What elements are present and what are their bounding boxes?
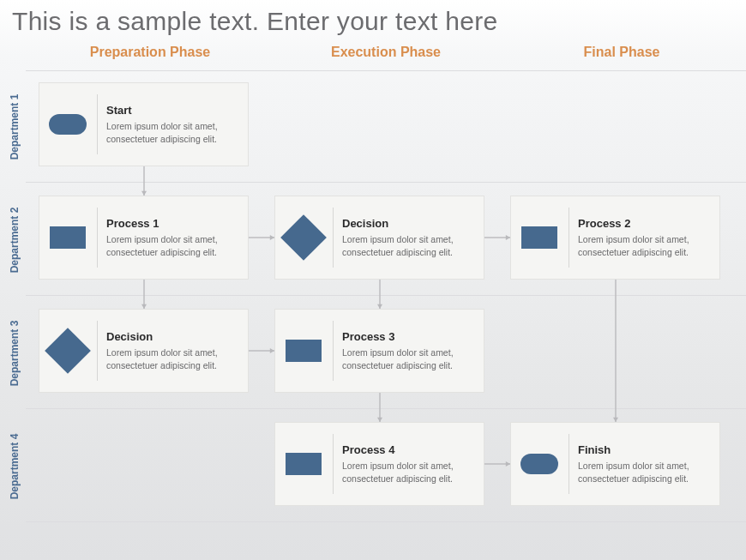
dept-label-3: Department 3	[9, 310, 21, 396]
lane-sep	[26, 70, 746, 71]
decision-icon	[44, 316, 92, 385]
flow-arrow	[609, 273, 623, 429]
card-decision-prep: Decision Lorem ipsum dolor sit amet, con…	[39, 309, 249, 393]
process-icon	[44, 203, 92, 272]
terminator-icon	[515, 430, 563, 498]
card-body: Lorem ipsum dolor sit amet, consectetuer…	[106, 346, 239, 370]
card-body: Lorem ipsum dolor sit amet, consectetuer…	[342, 346, 475, 370]
card-body: Lorem ipsum dolor sit amet, consectetuer…	[578, 233, 711, 257]
card-finish: Finish Lorem ipsum dolor sit amet, conse…	[510, 422, 720, 506]
card-title: Process 2	[578, 217, 711, 230]
lane-sep	[26, 521, 746, 522]
process-icon	[280, 316, 328, 385]
process-icon	[280, 430, 328, 498]
card-process2: Process 2 Lorem ipsum dolor sit amet, co…	[510, 196, 720, 280]
card-title: Process 1	[106, 217, 239, 230]
card-title: Process 4	[342, 443, 475, 456]
card-body: Lorem ipsum dolor sit amet, consectetuer…	[106, 233, 239, 257]
card-process3: Process 3 Lorem ipsum dolor sit amet, co…	[274, 309, 484, 393]
divider	[97, 321, 98, 381]
divider	[569, 208, 569, 268]
card-start: Start Lorem ipsum dolor sit amet, consec…	[39, 82, 249, 166]
dept-label-2: Department 2	[9, 197, 21, 283]
divider	[569, 434, 569, 494]
phase-label-final: Final Phase	[510, 45, 733, 60]
terminator-icon	[44, 90, 92, 159]
card-decision-exec: Decision Lorem ipsum dolor sit amet, con…	[274, 196, 484, 280]
phase-label-execution: Execution Phase	[274, 45, 497, 60]
card-process1: Process 1 Lorem ipsum dolor sit amet, co…	[39, 196, 249, 280]
divider	[333, 434, 334, 494]
decision-icon	[280, 203, 328, 272]
lane-sep	[26, 408, 746, 409]
card-title: Decision	[106, 330, 239, 343]
process-icon	[515, 203, 563, 272]
dept-label-4: Department 4	[9, 424, 21, 509]
divider	[333, 321, 334, 381]
card-title: Finish	[578, 443, 711, 456]
card-title: Process 3	[342, 330, 475, 343]
card-title: Start	[106, 104, 239, 117]
divider	[333, 208, 334, 268]
diagram-stage: Preparation Phase Execution Phase Final …	[0, 45, 746, 559]
card-body: Lorem ipsum dolor sit amet, consectetuer…	[578, 460, 711, 484]
card-process4: Process 4 Lorem ipsum dolor sit amet, co…	[274, 422, 484, 506]
lane-sep	[26, 295, 746, 296]
divider	[97, 208, 98, 268]
lane-sep	[26, 182, 746, 183]
phase-label-preparation: Preparation Phase	[39, 45, 262, 60]
card-body: Lorem ipsum dolor sit amet, consectetuer…	[342, 233, 475, 257]
divider	[97, 94, 98, 154]
page-title: This is a sample text. Enter your text h…	[0, 0, 746, 45]
card-body: Lorem ipsum dolor sit amet, consectetuer…	[106, 120, 239, 144]
card-title: Decision	[342, 217, 475, 230]
card-body: Lorem ipsum dolor sit amet, consectetuer…	[342, 460, 475, 484]
dept-label-1: Department 1	[9, 84, 21, 170]
